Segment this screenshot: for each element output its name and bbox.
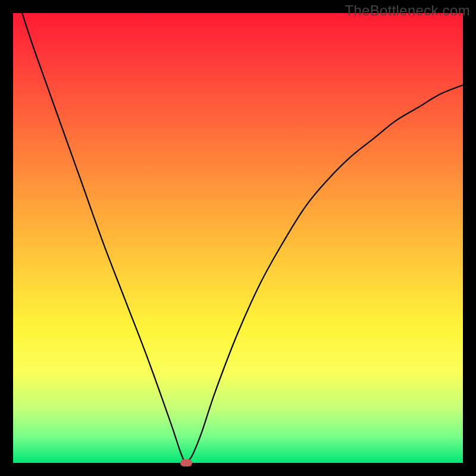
gradient-plot-area [13, 13, 463, 463]
optimum-marker [180, 459, 192, 466]
watermark-text: TheBottleneck.com [345, 2, 470, 19]
